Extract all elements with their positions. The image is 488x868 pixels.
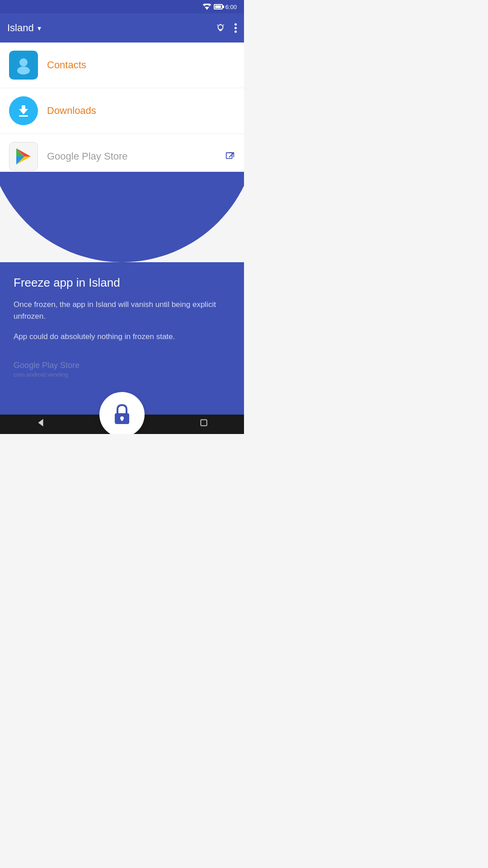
svg-point-7 bbox=[235, 31, 237, 33]
svg-marker-25 bbox=[38, 419, 43, 427]
svg-point-9 bbox=[19, 58, 28, 66]
app-bar-right bbox=[216, 23, 237, 33]
status-time: 6:00 bbox=[225, 4, 237, 10]
contacts-label: Contacts bbox=[47, 59, 86, 71]
svg-point-5 bbox=[235, 24, 237, 26]
freeze-desc1: Once frozen, the app in Island will vani… bbox=[14, 299, 230, 322]
app-list: Contacts Downloads bbox=[0, 42, 244, 134]
freeze-lock-button[interactable] bbox=[99, 392, 145, 434]
bottom-app-label: Google Play Store bbox=[14, 361, 80, 370]
external-link-icon[interactable] bbox=[225, 151, 235, 161]
status-icons: 6:00 bbox=[203, 4, 237, 10]
wifi-icon bbox=[203, 4, 211, 10]
svg-point-6 bbox=[235, 27, 237, 29]
bottom-app-area: Google Play Store com.android.vending bbox=[14, 361, 230, 378]
svg-line-21 bbox=[229, 153, 234, 157]
back-button[interactable] bbox=[36, 418, 46, 428]
battery-icon bbox=[214, 4, 223, 9]
dropdown-arrow-icon[interactable]: ▾ bbox=[38, 24, 41, 33]
contacts-app-icon bbox=[9, 51, 38, 80]
svg-rect-14 bbox=[19, 115, 28, 117]
more-options-icon[interactable] bbox=[235, 23, 237, 33]
svg-line-3 bbox=[217, 25, 218, 25]
svg-marker-0 bbox=[205, 7, 209, 10]
freeze-title: Freeze app in Island bbox=[14, 276, 230, 290]
bottom-app-sublabel: com.android.vending bbox=[14, 371, 68, 378]
freeze-overlay: Freeze app in Island Once frozen, the ap… bbox=[0, 172, 244, 415]
overlay-panel: Freeze app in Island Once frozen, the ap… bbox=[0, 262, 244, 415]
svg-rect-27 bbox=[201, 420, 206, 425]
app-bar: Island ▾ bbox=[0, 14, 244, 42]
list-item[interactable]: Downloads bbox=[0, 88, 244, 134]
app-bar-left: Island ▾ bbox=[7, 22, 41, 34]
recents-button[interactable] bbox=[199, 418, 208, 427]
svg-line-4 bbox=[223, 25, 224, 25]
lightbulb-icon[interactable] bbox=[216, 23, 225, 33]
list-item[interactable]: Contacts bbox=[0, 42, 244, 88]
play-store-app-icon bbox=[9, 142, 38, 171]
downloads-label: Downloads bbox=[47, 105, 96, 117]
svg-point-10 bbox=[17, 66, 30, 75]
freeze-desc2: App could do absolutely nothing in froze… bbox=[14, 331, 230, 343]
downloads-app-icon bbox=[9, 96, 38, 125]
svg-rect-13 bbox=[22, 105, 25, 111]
status-bar: 6:00 bbox=[0, 0, 244, 14]
svg-rect-24 bbox=[121, 418, 123, 421]
svg-point-1 bbox=[218, 25, 223, 30]
app-title: Island bbox=[7, 22, 34, 34]
play-store-label: Google Play Store bbox=[47, 151, 216, 162]
overlay-circle bbox=[0, 172, 244, 262]
